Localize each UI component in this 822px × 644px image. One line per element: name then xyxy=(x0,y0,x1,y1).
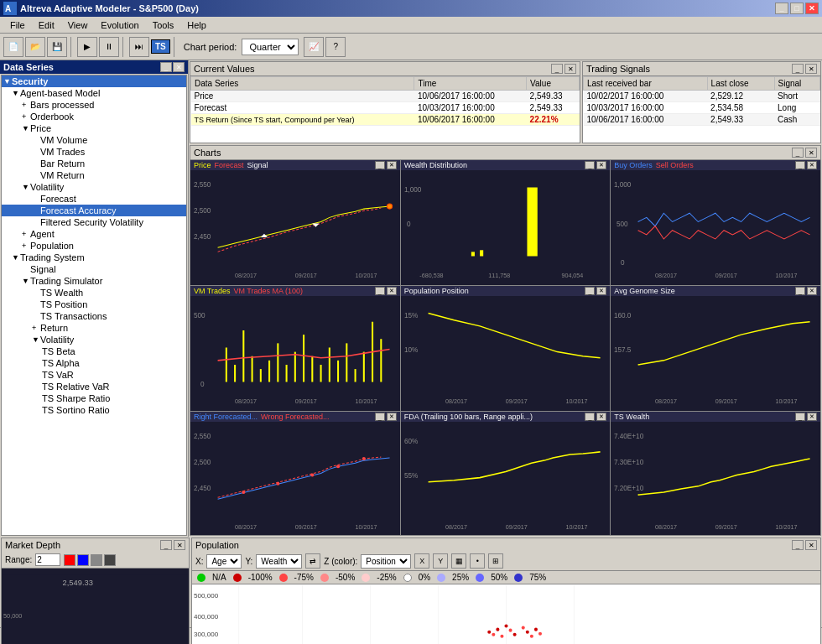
tree-bars[interactable]: + Bars processed xyxy=(2,99,186,111)
tree-agent[interactable]: + Agent xyxy=(2,228,186,240)
pop-minimize[interactable]: _ xyxy=(792,540,804,550)
chart-period-select[interactable]: Quarter Month Year xyxy=(242,39,299,55)
color-red[interactable] xyxy=(64,554,75,566)
tree-vmreturn[interactable]: VM Return xyxy=(2,169,186,181)
close-button[interactable]: ✕ xyxy=(805,3,819,14)
play-button[interactable]: ▶ xyxy=(77,37,97,57)
cv-controls[interactable]: _ ✕ xyxy=(551,64,576,74)
tree-tsrelvar[interactable]: TS Relative VaR xyxy=(2,381,186,392)
md-color-boxes[interactable] xyxy=(64,554,116,566)
tree-orderbook[interactable]: + Orderbook xyxy=(2,111,186,122)
pop-controls-btns[interactable]: _ ✕ xyxy=(792,540,817,550)
menu-help[interactable]: Help xyxy=(180,18,213,32)
chart-tsw-controls[interactable]: _ ✕ xyxy=(795,413,817,421)
pop-btn-dot[interactable]: • xyxy=(470,553,485,569)
tree-tsalpha[interactable]: TS Alpha xyxy=(2,357,186,369)
maximize-button[interactable]: □ xyxy=(790,3,804,14)
window-controls[interactable]: _ □ ✕ xyxy=(775,3,819,14)
tree-abm[interactable]: ▼ Agent-based Model xyxy=(2,87,186,99)
chart-pf-controls[interactable]: _ ✕ xyxy=(375,161,397,169)
tree-price[interactable]: ▼ Price xyxy=(2,122,186,134)
pop-btn-expand[interactable]: ⊞ xyxy=(488,553,503,569)
menu-tools[interactable]: Tools xyxy=(146,18,181,32)
tree-tradingsim[interactable]: ▼ Trading Simulator xyxy=(2,275,186,287)
new-button[interactable]: 📄 xyxy=(3,37,23,57)
ts-button[interactable]: TS xyxy=(151,39,170,54)
pop-btn-grid[interactable]: ▦ xyxy=(451,553,466,569)
chart-pp-close[interactable]: ✕ xyxy=(596,287,606,295)
color-gray[interactable] xyxy=(91,554,102,566)
panel-minimize[interactable]: _ xyxy=(160,62,172,72)
tree-volatility[interactable]: ▼ Volatility xyxy=(2,181,186,193)
charts-close[interactable]: ✕ xyxy=(805,148,817,158)
chart-fda-controls[interactable]: _ ✕ xyxy=(585,413,606,421)
md-controls[interactable]: _ ✕ xyxy=(160,540,185,550)
chart-wd-close[interactable]: ✕ xyxy=(596,161,606,169)
chart-bs-controls[interactable]: _ ✕ xyxy=(795,161,817,169)
menu-view[interactable]: View xyxy=(61,18,95,32)
ts-controls[interactable]: _ ✕ xyxy=(792,64,817,74)
chart-ag-close[interactable]: ✕ xyxy=(807,287,817,295)
cv-close[interactable]: ✕ xyxy=(564,64,576,74)
tree-area[interactable]: ▼ Security ▼ Agent-based Model + Bars pr… xyxy=(1,75,187,536)
color-blue[interactable] xyxy=(77,554,89,566)
tree-return[interactable]: + Return xyxy=(2,322,186,334)
open-button[interactable]: 📂 xyxy=(25,37,45,57)
chart-fda-close[interactable]: ✕ xyxy=(596,413,606,421)
pop-btn-x[interactable]: X xyxy=(414,553,429,569)
chart-vmt-close[interactable]: ✕ xyxy=(387,287,397,295)
tree-tsbeta[interactable]: TS Beta xyxy=(2,345,186,357)
tree-population[interactable]: + Population xyxy=(2,240,186,252)
tree-tssortino[interactable]: TS Sortino Ratio xyxy=(2,404,186,416)
panel-controls[interactable]: _ ✕ xyxy=(160,62,185,72)
chart-fa-close[interactable]: ✕ xyxy=(387,413,397,421)
chart-pf-minimize[interactable]: _ xyxy=(375,161,385,169)
pause-button[interactable]: ⏸ xyxy=(99,37,119,57)
chart-wd-controls[interactable]: _ ✕ xyxy=(585,161,606,169)
cv-minimize[interactable]: _ xyxy=(551,64,563,74)
z-select[interactable]: Position xyxy=(361,554,411,569)
chart-button[interactable]: 📈 xyxy=(304,37,324,57)
chart-pp-controls[interactable]: _ ✕ xyxy=(585,287,606,295)
save-button[interactable]: 💾 xyxy=(47,37,67,57)
chart-ag-minimize[interactable]: _ xyxy=(795,287,805,295)
chart-bs-minimize[interactable]: _ xyxy=(795,161,805,169)
chart-pf-close[interactable]: ✕ xyxy=(387,161,397,169)
pop-swap-btn[interactable]: ⇄ xyxy=(305,553,320,569)
ts-close[interactable]: ✕ xyxy=(805,64,817,74)
chart-tsw-minimize[interactable]: _ xyxy=(795,413,805,421)
menu-file[interactable]: File xyxy=(3,18,32,32)
chart-bs-close[interactable]: ✕ xyxy=(807,161,817,169)
chart-fa-minimize[interactable]: _ xyxy=(375,413,385,421)
tree-signal[interactable]: Signal xyxy=(2,263,186,275)
tree-barreturn[interactable]: Bar Return xyxy=(2,158,186,169)
chart-tsw-close[interactable]: ✕ xyxy=(807,413,817,421)
tree-tstransactions[interactable]: TS Transactions xyxy=(2,310,186,322)
minimize-button[interactable]: _ xyxy=(775,3,788,14)
ts-minimize[interactable]: _ xyxy=(792,64,804,74)
charts-minimize[interactable]: _ xyxy=(792,148,804,158)
tree-forecast[interactable]: Forecast xyxy=(2,193,186,205)
chart-ag-controls[interactable]: _ ✕ xyxy=(795,287,817,295)
tree-tswealth[interactable]: TS Wealth xyxy=(2,287,186,299)
chart-vmt-minimize[interactable]: _ xyxy=(375,287,385,295)
pop-btn-y[interactable]: Y xyxy=(433,553,448,569)
tree-tsposition[interactable]: TS Position xyxy=(2,299,186,310)
chart-pp-minimize[interactable]: _ xyxy=(585,287,595,295)
tree-forecastaccuracy[interactable]: Forecast Accuracy xyxy=(2,205,186,216)
tree-vmtrades[interactable]: VM Trades xyxy=(2,146,186,158)
color-dark[interactable] xyxy=(104,554,116,566)
tree-volatility2[interactable]: ▼ Volatility xyxy=(2,334,186,345)
tree-tsvar[interactable]: TS VaR xyxy=(2,369,186,381)
help-button[interactable]: ? xyxy=(325,37,346,57)
chart-wd-minimize[interactable]: _ xyxy=(585,161,595,169)
tree-tssharpe[interactable]: TS Sharpe Ratio xyxy=(2,392,186,404)
chart-fa-controls[interactable]: _ ✕ xyxy=(375,413,397,421)
chart-vmt-controls[interactable]: _ ✕ xyxy=(375,287,397,295)
panel-close[interactable]: ✕ xyxy=(173,62,185,72)
menu-edit[interactable]: Edit xyxy=(32,18,61,32)
tree-security[interactable]: ▼ Security xyxy=(2,75,186,87)
tree-tradingsystem[interactable]: ▼ Trading System xyxy=(2,252,186,263)
chart-fda-minimize[interactable]: _ xyxy=(585,413,595,421)
charts-controls[interactable]: _ ✕ xyxy=(792,148,817,158)
